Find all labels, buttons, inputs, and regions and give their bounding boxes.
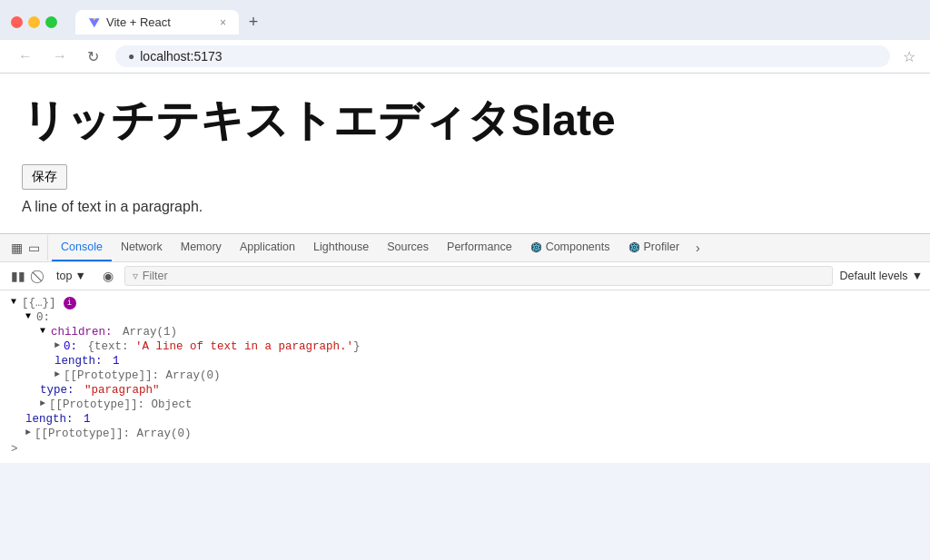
expand-outer-proto[interactable]: ►: [25, 427, 31, 437]
val-outer-length: 1: [77, 413, 91, 426]
clear-console-button[interactable]: ⃠: [36, 267, 44, 286]
filter-area[interactable]: ▿: [124, 266, 833, 286]
console-line-proto-obj[interactable]: ► [[Prototype]]: Object: [0, 398, 930, 412]
devtools-icon-bar: ▦ ▭: [7, 235, 48, 260]
expand-proto-arr[interactable]: ►: [54, 369, 60, 379]
filter-input[interactable]: [143, 270, 825, 282]
console-prompt[interactable]: >: [0, 441, 930, 457]
console-line-proto-arr[interactable]: ► [[Prototype]]: Array(0): [0, 368, 930, 383]
browser-window: Vite + React × + ← → ↻ ● ☆ リッチテキストエディタSl…: [0, 0, 930, 463]
traffic-lights: [11, 16, 57, 28]
tab-sources[interactable]: Sources: [378, 234, 438, 261]
expand-root[interactable]: ▼: [11, 297, 16, 307]
tab-memory[interactable]: Memory: [172, 234, 231, 261]
devtools-toolbar: ▮▮ ⃠ top ▼ ◉ ▿ Default levels ▼: [0, 262, 930, 290]
console-line-outer-proto[interactable]: ► [[Prototype]]: Array(0): [0, 427, 930, 441]
element-selector-icon[interactable]: ▦: [11, 241, 23, 255]
key-type: type:: [40, 384, 74, 397]
console-line-0[interactable]: ▼ 0:: [0, 310, 930, 325]
tab-performance[interactable]: Performance: [438, 234, 521, 261]
svg-point-9: [633, 246, 635, 248]
console-line-type: type: "paragraph": [0, 383, 930, 398]
val-children: Array(1): [116, 326, 178, 339]
console-line-root[interactable]: ▼ [{…}] i: [0, 296, 930, 310]
key-children-0: 0:: [64, 340, 77, 353]
val-arr-length: 1: [106, 355, 120, 368]
tab-application[interactable]: Application: [231, 234, 304, 261]
console-root-text: [{…}]: [22, 297, 56, 309]
prompt-symbol: >: [11, 443, 18, 456]
device-toolbar-icon[interactable]: ▭: [28, 241, 40, 255]
back-button[interactable]: ←: [15, 46, 36, 66]
page-heading: リッチテキストエディタSlate: [22, 92, 908, 150]
val-children-0: {text: 'A line of text in a paragraph.'}: [81, 340, 361, 353]
sidebar-toggle-button[interactable]: ▮▮: [7, 267, 29, 285]
reload-button[interactable]: ↻: [84, 46, 103, 67]
expand-children-0[interactable]: ►: [54, 340, 60, 350]
info-badge: i: [64, 297, 76, 309]
address-input-wrap[interactable]: ●: [115, 45, 890, 67]
devtools-panel: ▦ ▭ Console Network Memory Application L…: [0, 233, 930, 463]
console-line-arr-length: length: 1: [0, 354, 930, 368]
console-output: ▼ [{…}] i ▼ 0: ▼ children: Array(1) ► 0:…: [0, 290, 930, 463]
context-label: top: [56, 270, 72, 282]
filter-icon: ▿: [133, 270, 138, 282]
minimize-button[interactable]: [28, 16, 40, 28]
key-proto-obj: [[Prototype]]: Object: [49, 398, 193, 411]
address-input[interactable]: [140, 49, 877, 64]
bookmark-icon[interactable]: ☆: [903, 48, 915, 65]
tab-profiler[interactable]: Profiler: [619, 234, 689, 261]
eye-toggle-button[interactable]: ◉: [99, 267, 117, 285]
svg-point-4: [535, 246, 537, 248]
expand-0[interactable]: ▼: [25, 311, 31, 321]
paragraph-text: A line of text in a paragraph.: [22, 199, 908, 215]
console-line-children-0[interactable]: ► 0: {text: 'A line of text in a paragra…: [0, 339, 930, 354]
save-button[interactable]: 保存: [22, 164, 67, 190]
key-0: 0:: [36, 311, 50, 324]
console-line-outer-length: length: 1: [0, 412, 930, 427]
tab-lighthouse[interactable]: Lighthouse: [304, 234, 378, 261]
tab-network[interactable]: Network: [112, 234, 172, 261]
page-content: リッチテキストエディタSlate 保存 A line of text in a …: [0, 74, 930, 233]
new-tab-button[interactable]: +: [241, 9, 266, 34]
vite-favicon: [88, 16, 101, 29]
default-levels-button[interactable]: Default levels ▼: [840, 270, 923, 282]
key-proto-arr: [[Prototype]]: Array(0): [64, 369, 221, 382]
tab-title: Vite + React: [106, 15, 214, 29]
close-button[interactable]: [11, 16, 23, 28]
more-tabs-button[interactable]: ›: [690, 234, 706, 261]
key-arr-length: length:: [54, 355, 103, 368]
tab-components[interactable]: Components: [521, 234, 619, 261]
devtools-tab-bar: ▦ ▭ Console Network Memory Application L…: [0, 234, 930, 262]
default-levels-chevron: ▼: [912, 270, 923, 282]
react-icon-profiler: [628, 241, 640, 253]
val-type: "paragraph": [78, 384, 160, 397]
lock-icon: ●: [128, 50, 134, 63]
tab-bar: Vite + React × +: [64, 9, 277, 34]
expand-children[interactable]: ▼: [40, 326, 45, 336]
key-outer-proto: [[Prototype]]: Array(0): [35, 427, 192, 440]
tab-close-button[interactable]: ×: [220, 16, 226, 29]
default-levels-label: Default levels: [840, 270, 908, 282]
active-tab[interactable]: Vite + React ×: [75, 10, 239, 34]
console-line-children[interactable]: ▼ children: Array(1): [0, 325, 930, 339]
key-children: children:: [51, 326, 113, 339]
expand-proto-obj[interactable]: ►: [40, 398, 45, 408]
context-dropdown-icon: ▼: [74, 270, 85, 282]
react-icon-components: [530, 241, 542, 253]
context-selector[interactable]: top ▼: [51, 267, 92, 285]
maximize-button[interactable]: [45, 16, 57, 28]
key-outer-length: length:: [25, 413, 74, 426]
address-bar: ← → ↻ ● ☆: [0, 40, 930, 74]
forward-button[interactable]: →: [49, 46, 71, 66]
tab-console[interactable]: Console: [52, 234, 112, 261]
